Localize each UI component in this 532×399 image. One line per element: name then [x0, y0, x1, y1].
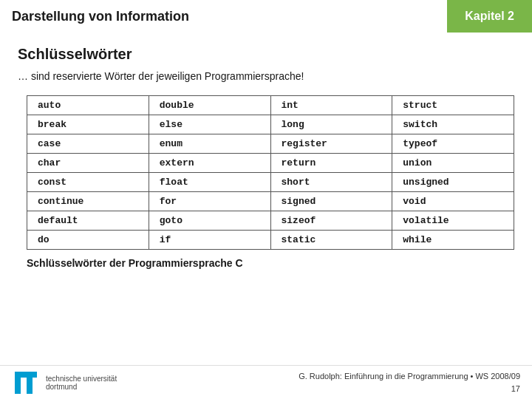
table-caption: Schlüsselwörter der Programmiersprache C: [27, 257, 514, 269]
table-row: constfloatshortunsigned: [27, 173, 514, 192]
table-row: doifstaticwhile: [27, 231, 514, 250]
table-row: breakelselongswitch: [27, 115, 514, 134]
table-cell: extern: [149, 154, 270, 173]
table-cell: static: [270, 231, 392, 250]
header: Darstellung von Information Kapitel 2: [0, 0, 532, 33]
table-cell: enum: [149, 134, 270, 154]
table-cell: typeof: [392, 134, 514, 154]
footer: technische universität dortmund G. Rudol…: [0, 365, 532, 399]
table-cell: continue: [27, 192, 149, 211]
table-cell: volatile: [392, 211, 514, 231]
table-cell: long: [270, 115, 392, 134]
table-row: autodoubleintstruct: [27, 96, 514, 115]
table-cell: goto: [149, 211, 270, 231]
table-cell: return: [270, 154, 392, 173]
footer-page: 17: [299, 383, 520, 395]
description: … sind reservierte Wörter der jeweiligen…: [18, 70, 514, 82]
table-cell: unsigned: [392, 173, 514, 192]
table-row: charexternreturnunion: [27, 154, 514, 173]
table-cell: auto: [27, 96, 149, 115]
university-line1: technische universität: [46, 375, 117, 383]
table-cell: do: [27, 231, 149, 250]
table-cell: if: [149, 231, 270, 250]
tu-logo-icon: [12, 369, 40, 397]
keywords-table: autodoubleintstructbreakelselongswitchca…: [27, 95, 514, 250]
table-cell: struct: [392, 96, 514, 115]
table-cell: for: [149, 192, 270, 211]
table-cell: float: [149, 173, 270, 192]
table-cell: switch: [392, 115, 514, 134]
table-cell: char: [27, 154, 149, 173]
table-row: caseenumregistertypeof: [27, 134, 514, 154]
table-cell: union: [392, 154, 514, 173]
footer-credit: G. Rudolph: Einführung in die Programmie…: [299, 370, 520, 383]
header-title: Darstellung von Information: [0, 0, 447, 33]
header-badge: Kapitel 2: [447, 0, 532, 33]
table-cell: void: [392, 192, 514, 211]
university-line2: dortmund: [46, 383, 77, 391]
table-cell: while: [392, 231, 514, 250]
table-cell: signed: [270, 192, 392, 211]
section-title: Schlüsselwörter: [18, 46, 514, 63]
table-cell: register: [270, 134, 392, 154]
svg-rect-2: [15, 372, 37, 378]
table-cell: short: [270, 173, 392, 192]
footer-university: technische universität dortmund: [46, 375, 117, 391]
table-row: continueforsignedvoid: [27, 192, 514, 211]
table-cell: case: [27, 134, 149, 154]
table-cell: break: [27, 115, 149, 134]
table-cell: default: [27, 211, 149, 231]
table-cell: sizeof: [270, 211, 392, 231]
table-cell: const: [27, 173, 149, 192]
table-row: defaultgotosizeofvolatile: [27, 211, 514, 231]
content: Schlüsselwörter … sind reservierte Wörte…: [0, 33, 532, 278]
table-cell: double: [149, 96, 270, 115]
table-cell: int: [270, 96, 392, 115]
table-cell: else: [149, 115, 270, 134]
footer-logo: technische universität dortmund: [12, 369, 117, 397]
svg-rect-3: [27, 378, 33, 394]
footer-right: G. Rudolph: Einführung in die Programmie…: [299, 370, 520, 395]
